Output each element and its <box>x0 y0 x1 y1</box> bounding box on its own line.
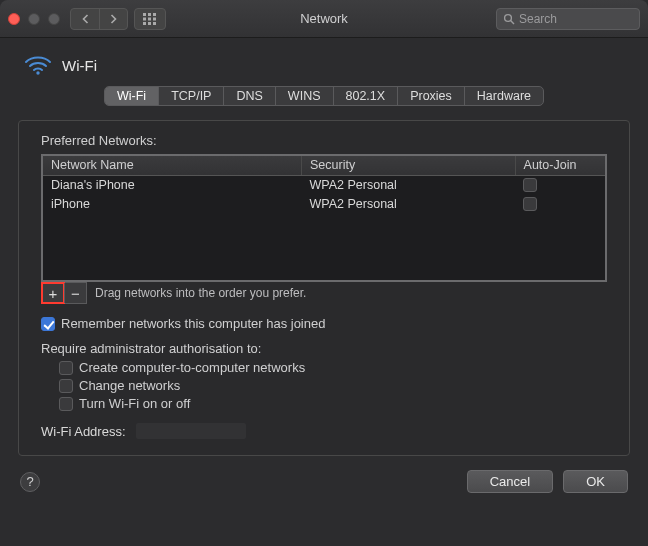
close-window-button[interactable] <box>8 13 20 25</box>
table-row[interactable]: iPhoneWPA2 Personal <box>43 194 605 213</box>
add-remove-group: + − <box>41 282 87 304</box>
auto-join-checkbox[interactable] <box>523 178 537 192</box>
col-network-name[interactable]: Network Name <box>43 156 302 175</box>
titlebar: Network <box>0 0 648 38</box>
cancel-button[interactable]: Cancel <box>467 470 553 493</box>
auto-join-checkbox[interactable] <box>523 197 537 211</box>
search-icon <box>503 13 515 25</box>
admin-auth-label: Require administrator authorisation to: <box>41 341 607 356</box>
col-auto-join[interactable]: Auto-Join <box>515 156 605 175</box>
svg-rect-7 <box>148 22 151 25</box>
svg-rect-2 <box>153 13 156 16</box>
tabs: Wi-FiTCP/IPDNSWINS802.1XProxiesHardware <box>104 86 544 106</box>
maximize-window-button[interactable] <box>48 13 60 25</box>
admin-toggle-wifi-option[interactable]: Turn Wi-Fi on or off <box>59 396 607 411</box>
admin-toggle-wifi-checkbox[interactable] <box>59 397 73 411</box>
wifi-panel: Preferred Networks: Network Name Securit… <box>18 120 630 456</box>
minimize-window-button[interactable] <box>28 13 40 25</box>
svg-rect-8 <box>153 22 156 25</box>
admin-toggle-wifi-label: Turn Wi-Fi on or off <box>79 396 190 411</box>
cell-auto-join <box>515 175 605 194</box>
svg-point-9 <box>505 14 512 21</box>
admin-change-networks-option[interactable]: Change networks <box>59 378 607 393</box>
admin-create-adhoc-option[interactable]: Create computer-to-computer networks <box>59 360 607 375</box>
wifi-icon <box>24 54 52 76</box>
tab-tcp-ip[interactable]: TCP/IP <box>159 87 224 105</box>
svg-line-10 <box>511 20 514 23</box>
cell-network-name: iPhone <box>43 194 302 213</box>
add-network-button[interactable]: + <box>42 283 64 303</box>
admin-change-networks-label: Change networks <box>79 378 180 393</box>
svg-point-11 <box>36 71 39 74</box>
remember-networks-option[interactable]: Remember networks this computer has join… <box>41 316 607 331</box>
col-security[interactable]: Security <box>302 156 516 175</box>
admin-create-adhoc-label: Create computer-to-computer networks <box>79 360 305 375</box>
preferred-networks-table[interactable]: Network Name Security Auto-Join Diana's … <box>41 154 607 282</box>
svg-rect-0 <box>143 13 146 16</box>
service-header: Wi-Fi <box>0 38 648 86</box>
svg-rect-4 <box>148 17 151 20</box>
cell-security: WPA2 Personal <box>302 175 516 194</box>
help-button[interactable]: ? <box>20 472 40 492</box>
dialog-footer: ? Cancel OK <box>0 456 648 493</box>
tab-hardware[interactable]: Hardware <box>465 87 543 105</box>
cell-security: WPA2 Personal <box>302 194 516 213</box>
svg-rect-3 <box>143 17 146 20</box>
tab-proxies[interactable]: Proxies <box>398 87 465 105</box>
tab-802-1x[interactable]: 802.1X <box>334 87 399 105</box>
window-controls <box>8 13 60 25</box>
search-field[interactable] <box>496 8 640 30</box>
admin-create-adhoc-checkbox[interactable] <box>59 361 73 375</box>
show-all-button[interactable] <box>134 8 166 30</box>
cell-auto-join <box>515 194 605 213</box>
nav-group <box>70 8 128 30</box>
forward-button[interactable] <box>99 9 127 29</box>
remember-networks-label: Remember networks this computer has join… <box>61 316 325 331</box>
table-row[interactable]: Diana's iPhoneWPA2 Personal <box>43 175 605 194</box>
wifi-address-label: Wi-Fi Address: <box>41 424 126 439</box>
remove-network-button[interactable]: − <box>64 283 86 303</box>
ok-button[interactable]: OK <box>563 470 628 493</box>
svg-rect-5 <box>153 17 156 20</box>
remember-networks-checkbox[interactable] <box>41 317 55 331</box>
tabs-row: Wi-FiTCP/IPDNSWINS802.1XProxiesHardware <box>0 86 648 116</box>
drag-hint: Drag networks into the order you prefer. <box>95 286 306 300</box>
wifi-address-value <box>136 423 246 439</box>
back-button[interactable] <box>71 9 99 29</box>
tab-dns[interactable]: DNS <box>224 87 275 105</box>
search-input[interactable] <box>519 12 633 26</box>
admin-change-networks-checkbox[interactable] <box>59 379 73 393</box>
preferred-networks-label: Preferred Networks: <box>41 133 607 148</box>
svg-rect-1 <box>148 13 151 16</box>
service-title: Wi-Fi <box>62 57 97 74</box>
wifi-address-row: Wi-Fi Address: <box>41 423 607 439</box>
tab-wins[interactable]: WINS <box>276 87 334 105</box>
tab-wi-fi[interactable]: Wi-Fi <box>105 87 159 105</box>
cell-network-name: Diana's iPhone <box>43 175 302 194</box>
svg-rect-6 <box>143 22 146 25</box>
